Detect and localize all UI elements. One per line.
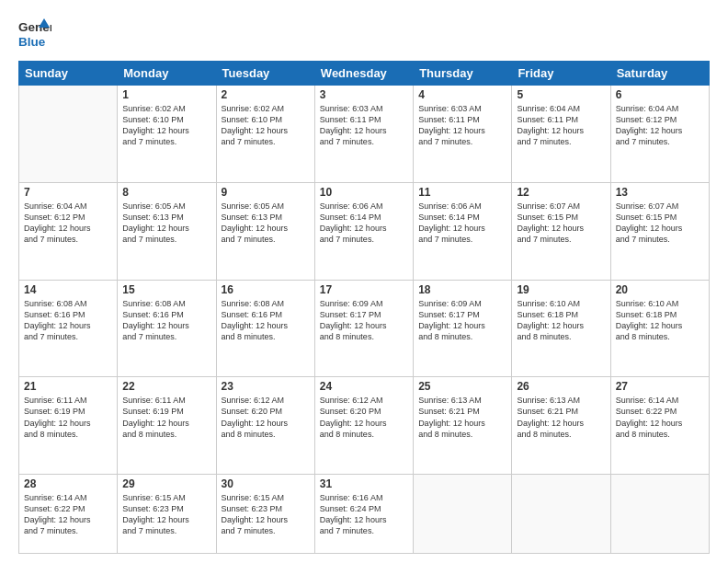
day-number: 30 [222,477,310,490]
day-info: Sunrise: 6:10 AM Sunset: 6:18 PM Dayligh… [517,298,605,343]
day-info: Sunrise: 6:02 AM Sunset: 6:10 PM Dayligh… [222,103,310,148]
day-info: Sunrise: 6:14 AM Sunset: 6:22 PM Dayligh… [24,492,112,537]
calendar-table: SundayMondayTuesdayWednesdayThursdayFrid… [18,61,710,554]
calendar-cell: 19Sunrise: 6:10 AM Sunset: 6:18 PM Dayli… [512,280,610,377]
day-info: Sunrise: 6:02 AM Sunset: 6:10 PM Dayligh… [122,103,210,148]
day-info: Sunrise: 6:16 AM Sunset: 6:24 PM Dayligh… [320,492,408,537]
day-info: Sunrise: 6:09 AM Sunset: 6:17 PM Dayligh… [418,298,506,343]
calendar-cell: 4Sunrise: 6:03 AM Sunset: 6:11 PM Daylig… [414,86,512,183]
calendar-cell: 25Sunrise: 6:13 AM Sunset: 6:21 PM Dayli… [414,377,512,475]
page: General Blue SundayMondayTuesdayWednesda… [0,0,728,563]
calendar-cell: 16Sunrise: 6:08 AM Sunset: 6:16 PM Dayli… [216,280,314,377]
day-number: 8 [122,186,210,199]
calendar-cell: 20Sunrise: 6:10 AM Sunset: 6:18 PM Dayli… [610,280,709,377]
day-info: Sunrise: 6:11 AM Sunset: 6:19 PM Dayligh… [122,395,210,440]
day-number: 7 [24,186,112,199]
calendar-cell: 7Sunrise: 6:04 AM Sunset: 6:12 PM Daylig… [19,182,118,280]
day-number: 22 [122,380,210,393]
day-info: Sunrise: 6:09 AM Sunset: 6:17 PM Dayligh… [320,298,408,343]
day-info: Sunrise: 6:03 AM Sunset: 6:11 PM Dayligh… [320,103,408,148]
calendar-cell: 28Sunrise: 6:14 AM Sunset: 6:22 PM Dayli… [19,475,118,554]
calendar-cell: 13Sunrise: 6:07 AM Sunset: 6:15 PM Dayli… [610,182,709,280]
logo-icon: General Blue [18,17,51,52]
day-number: 5 [517,88,605,101]
day-number: 29 [122,477,210,490]
calendar-cell [414,475,512,554]
logo: General Blue [18,17,51,52]
day-number: 17 [320,283,408,296]
day-info: Sunrise: 6:15 AM Sunset: 6:23 PM Dayligh… [222,492,310,537]
day-number: 25 [418,380,506,393]
day-number: 9 [222,186,310,199]
calendar-cell: 17Sunrise: 6:09 AM Sunset: 6:17 PM Dayli… [314,280,413,377]
calendar-cell: 14Sunrise: 6:08 AM Sunset: 6:16 PM Dayli… [19,280,118,377]
col-header-wednesday: Wednesday [314,62,413,86]
day-number: 14 [24,283,112,296]
calendar-cell: 9Sunrise: 6:05 AM Sunset: 6:13 PM Daylig… [216,182,314,280]
day-number: 12 [517,186,605,199]
calendar-cell: 24Sunrise: 6:12 AM Sunset: 6:20 PM Dayli… [314,377,413,475]
day-number: 21 [24,380,112,393]
day-info: Sunrise: 6:07 AM Sunset: 6:15 PM Dayligh… [616,201,704,246]
calendar-cell: 1Sunrise: 6:02 AM Sunset: 6:10 PM Daylig… [118,86,216,183]
calendar-cell: 8Sunrise: 6:05 AM Sunset: 6:13 PM Daylig… [118,182,216,280]
logo-container: General Blue [18,17,51,52]
calendar-cell: 31Sunrise: 6:16 AM Sunset: 6:24 PM Dayli… [314,475,413,554]
day-info: Sunrise: 6:12 AM Sunset: 6:20 PM Dayligh… [222,395,310,440]
day-number: 4 [418,88,506,101]
calendar-cell: 11Sunrise: 6:06 AM Sunset: 6:14 PM Dayli… [414,182,512,280]
calendar-cell: 22Sunrise: 6:11 AM Sunset: 6:19 PM Dayli… [118,377,216,475]
day-info: Sunrise: 6:07 AM Sunset: 6:15 PM Dayligh… [517,201,605,246]
day-number: 20 [616,283,704,296]
top-section: General Blue [18,17,710,52]
calendar-cell: 2Sunrise: 6:02 AM Sunset: 6:10 PM Daylig… [216,86,314,183]
calendar-header-row: SundayMondayTuesdayWednesdayThursdayFrid… [19,62,710,86]
day-info: Sunrise: 6:05 AM Sunset: 6:13 PM Dayligh… [122,201,210,246]
day-info: Sunrise: 6:04 AM Sunset: 6:12 PM Dayligh… [24,201,112,246]
day-info: Sunrise: 6:08 AM Sunset: 6:16 PM Dayligh… [24,298,112,343]
day-info: Sunrise: 6:15 AM Sunset: 6:23 PM Dayligh… [122,492,210,537]
day-info: Sunrise: 6:13 AM Sunset: 6:21 PM Dayligh… [517,395,605,440]
calendar-cell: 18Sunrise: 6:09 AM Sunset: 6:17 PM Dayli… [414,280,512,377]
calendar-week-row: 14Sunrise: 6:08 AM Sunset: 6:16 PM Dayli… [19,280,710,377]
day-number: 27 [616,380,704,393]
day-number: 10 [320,186,408,199]
calendar-cell: 27Sunrise: 6:14 AM Sunset: 6:22 PM Dayli… [610,377,709,475]
calendar-cell: 30Sunrise: 6:15 AM Sunset: 6:23 PM Dayli… [216,475,314,554]
day-number: 31 [320,477,408,490]
day-info: Sunrise: 6:04 AM Sunset: 6:12 PM Dayligh… [616,103,704,148]
col-header-saturday: Saturday [610,62,709,86]
col-header-tuesday: Tuesday [216,62,314,86]
day-info: Sunrise: 6:08 AM Sunset: 6:16 PM Dayligh… [122,298,210,343]
col-header-sunday: Sunday [19,62,118,86]
logo-graphic: General Blue [18,17,51,52]
day-info: Sunrise: 6:05 AM Sunset: 6:13 PM Dayligh… [222,201,310,246]
day-info: Sunrise: 6:12 AM Sunset: 6:20 PM Dayligh… [320,395,408,440]
day-info: Sunrise: 6:10 AM Sunset: 6:18 PM Dayligh… [616,298,704,343]
calendar-week-row: 21Sunrise: 6:11 AM Sunset: 6:19 PM Dayli… [19,377,710,475]
calendar-cell: 15Sunrise: 6:08 AM Sunset: 6:16 PM Dayli… [118,280,216,377]
day-number: 26 [517,380,605,393]
day-number: 11 [418,186,506,199]
col-header-thursday: Thursday [414,62,512,86]
day-info: Sunrise: 6:04 AM Sunset: 6:11 PM Dayligh… [517,103,605,148]
day-number: 1 [122,88,210,101]
day-number: 19 [517,283,605,296]
calendar-cell: 29Sunrise: 6:15 AM Sunset: 6:23 PM Dayli… [118,475,216,554]
calendar-cell: 12Sunrise: 6:07 AM Sunset: 6:15 PM Dayli… [512,182,610,280]
day-info: Sunrise: 6:08 AM Sunset: 6:16 PM Dayligh… [222,298,310,343]
day-info: Sunrise: 6:11 AM Sunset: 6:19 PM Dayligh… [24,395,112,440]
calendar-cell [512,475,610,554]
calendar-cell: 5Sunrise: 6:04 AM Sunset: 6:11 PM Daylig… [512,86,610,183]
calendar-week-row: 7Sunrise: 6:04 AM Sunset: 6:12 PM Daylig… [19,182,710,280]
calendar-cell [610,475,709,554]
day-number: 3 [320,88,408,101]
calendar-week-row: 1Sunrise: 6:02 AM Sunset: 6:10 PM Daylig… [19,86,710,183]
day-info: Sunrise: 6:13 AM Sunset: 6:21 PM Dayligh… [418,395,506,440]
calendar-cell: 21Sunrise: 6:11 AM Sunset: 6:19 PM Dayli… [19,377,118,475]
calendar-cell: 3Sunrise: 6:03 AM Sunset: 6:11 PM Daylig… [314,86,413,183]
day-number: 6 [616,88,704,101]
day-info: Sunrise: 6:06 AM Sunset: 6:14 PM Dayligh… [418,201,506,246]
col-header-friday: Friday [512,62,610,86]
calendar-body: 1Sunrise: 6:02 AM Sunset: 6:10 PM Daylig… [19,86,710,554]
